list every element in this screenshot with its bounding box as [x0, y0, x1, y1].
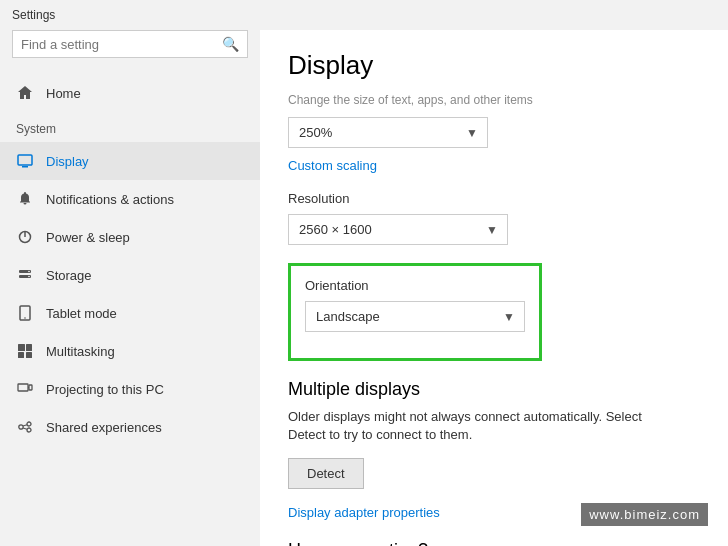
svg-line-21	[23, 428, 27, 429]
sidebar-item-notifications[interactable]: Notifications & actions	[0, 180, 260, 218]
sidebar-home-label: Home	[46, 86, 81, 101]
svg-rect-13	[26, 352, 32, 358]
shared-icon	[16, 418, 34, 436]
sidebar-item-shared[interactable]: Shared experiences	[0, 408, 260, 446]
svg-rect-14	[18, 384, 28, 391]
search-icon: 🔍	[222, 36, 239, 52]
projecting-icon	[16, 380, 34, 398]
notifications-label: Notifications & actions	[46, 192, 174, 207]
svg-rect-12	[18, 352, 24, 358]
orientation-select[interactable]: Landscape Portrait Landscape (flipped) P…	[305, 301, 525, 332]
scale-select[interactable]: 100% 125% 150% 175% 200% 225% 250%	[288, 117, 488, 148]
subtitle-text: Change the size of text, apps, and other…	[288, 93, 700, 107]
tablet-icon	[16, 304, 34, 322]
sidebar-item-multitasking[interactable]: Multitasking	[0, 332, 260, 370]
settings-title: Settings	[12, 8, 55, 22]
search-box[interactable]: 🔍	[12, 30, 248, 58]
svg-rect-1	[22, 166, 28, 168]
storage-icon	[16, 266, 34, 284]
svg-line-20	[23, 425, 27, 426]
sidebar-item-home[interactable]: Home	[0, 74, 260, 112]
resolution-label: Resolution	[288, 191, 700, 206]
custom-scaling-link[interactable]: Custom scaling	[288, 158, 700, 173]
svg-rect-0	[18, 155, 32, 165]
svg-rect-10	[18, 344, 25, 351]
sidebar-item-tablet[interactable]: Tablet mode	[0, 294, 260, 332]
page-title: Display	[288, 50, 700, 81]
multitasking-icon	[16, 342, 34, 360]
notifications-icon	[16, 190, 34, 208]
svg-point-6	[28, 271, 30, 273]
sidebar-item-projecting[interactable]: Projecting to this PC	[0, 370, 260, 408]
have-question-title: Have a question?	[288, 540, 700, 546]
svg-point-7	[28, 276, 30, 278]
scale-select-wrapper[interactable]: 100% 125% 150% 175% 200% 225% 250% ▼	[288, 117, 488, 148]
multiple-displays-desc: Older displays might not always connect …	[288, 408, 648, 444]
tablet-label: Tablet mode	[46, 306, 117, 321]
system-section-label: System	[0, 116, 260, 142]
storage-label: Storage	[46, 268, 92, 283]
resolution-select-wrapper[interactable]: 2560 × 1600 1920 × 1080 1280 × 720 ▼	[288, 214, 508, 245]
power-icon	[16, 228, 34, 246]
sidebar-item-storage[interactable]: Storage	[0, 256, 260, 294]
adapter-link[interactable]: Display adapter properties	[288, 505, 700, 520]
content-area: Display Change the size of text, apps, a…	[260, 30, 728, 546]
home-icon	[16, 84, 34, 102]
power-label: Power & sleep	[46, 230, 130, 245]
orientation-select-wrapper[interactable]: Landscape Portrait Landscape (flipped) P…	[305, 301, 525, 332]
svg-rect-11	[26, 344, 32, 351]
display-label: Display	[46, 154, 89, 169]
orientation-label: Orientation	[305, 278, 525, 293]
detect-button[interactable]: Detect	[288, 458, 364, 489]
resolution-select[interactable]: 2560 × 1600 1920 × 1080 1280 × 720	[288, 214, 508, 245]
svg-point-9	[24, 317, 26, 319]
svg-point-18	[27, 422, 31, 426]
display-icon	[16, 152, 34, 170]
multiple-displays-title: Multiple displays	[288, 379, 700, 400]
orientation-box: Orientation Landscape Portrait Landscape…	[288, 263, 542, 361]
sidebar-item-power[interactable]: Power & sleep	[0, 218, 260, 256]
shared-label: Shared experiences	[46, 420, 162, 435]
search-input[interactable]	[21, 37, 222, 52]
svg-point-17	[19, 425, 23, 429]
title-bar: Settings	[0, 0, 728, 30]
sidebar: 🔍 Home System	[0, 30, 260, 546]
svg-rect-15	[29, 385, 32, 390]
projecting-label: Projecting to this PC	[46, 382, 164, 397]
sidebar-item-display[interactable]: Display	[0, 142, 260, 180]
multitasking-label: Multitasking	[46, 344, 115, 359]
svg-point-19	[27, 428, 31, 432]
